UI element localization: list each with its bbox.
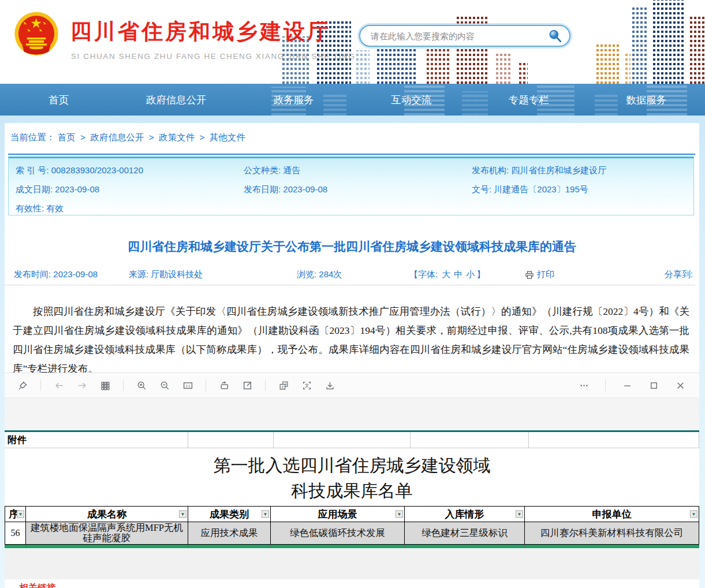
zoom-out-icon[interactable] <box>159 380 170 390</box>
arrow-left-icon[interactable] <box>54 380 64 390</box>
column-header-1: 序·▼ <box>5 506 25 522</box>
site-header: 四川省住房和城乡建设厅 SI CHUAN SHENG ZHU FANG HE C… <box>0 0 705 84</box>
filter-dropdown-icon[interactable]: ▼ <box>262 511 269 518</box>
column-header-4: 应用场景▼ <box>270 506 404 522</box>
main-nav: 首页政府信息公开政务服务互动交流专题专栏数据服务 <box>0 84 705 116</box>
table-cell: 56 <box>5 522 25 545</box>
table-cell: 四川赛尔科美新材料科技有限公司 <box>524 522 699 545</box>
breadcrumb-separator: > <box>78 132 88 142</box>
filter-dropdown-icon[interactable]: ▼ <box>17 511 24 518</box>
meta-publish-date: 发布日期: 2023-09-08 <box>244 184 472 195</box>
viewer-margin-bottom <box>5 548 699 579</box>
toolbar-divider <box>265 379 266 391</box>
zoom-in-icon[interactable] <box>136 380 147 390</box>
page: 四川省住房和城乡建设厅 SI CHUAN SHENG ZHU FANG HE C… <box>0 0 705 588</box>
download-icon[interactable] <box>324 380 335 390</box>
nav-item-3[interactable]: 政务服务 <box>235 84 353 116</box>
toolbar-divider <box>206 379 206 391</box>
translate-icon[interactable]: 文A <box>278 380 289 390</box>
pin-icon[interactable] <box>17 380 28 390</box>
table-header-row: 序·▼成果名称▼成果类别▼应用场景▼入库情形▼申报单位▼ <box>5 506 699 522</box>
filter-dropdown-icon[interactable]: ▼ <box>690 511 697 518</box>
filter-dropdown-icon[interactable]: ▼ <box>179 511 186 518</box>
thumbnail-grid-icon[interactable] <box>100 380 110 390</box>
filter-dropdown-icon[interactable]: ▼ <box>516 511 523 518</box>
actual-size-icon[interactable]: 1:1 <box>182 380 193 390</box>
toolbar-divider <box>605 379 606 391</box>
publish-time: 发布时间: 2023-09-08 <box>14 269 98 280</box>
breadcrumb-label: 当前位置： <box>10 132 55 142</box>
search-button[interactable] <box>547 27 567 44</box>
svg-text:文: 文 <box>281 385 284 389</box>
article-title: 四川省住房和城乡建设厅关于公布第一批四川省住房城乡建设领域科技成果库的通告 <box>5 239 699 255</box>
font-size-links: 大中小 <box>440 269 476 279</box>
maximize-icon[interactable] <box>648 380 659 390</box>
document-meta-box: 索 引 号: 008283930/2023-00120 公文种类: 通告 发布机… <box>8 157 694 215</box>
meta-validity: 有效性: 有效 <box>16 203 244 214</box>
table-cell: 建筑楼地面保温隔声系统用MFP无机硅声能凝胶 <box>25 522 188 545</box>
close-icon[interactable] <box>675 380 685 390</box>
font-size-小[interactable]: 小 <box>466 269 475 279</box>
svg-text:文: 文 <box>304 383 308 388</box>
results-table: 序·▼成果名称▼成果类别▼应用场景▼入库情形▼申报单位▼ 56建筑楼地面保温隔声… <box>5 506 699 549</box>
arrow-right-icon[interactable] <box>77 380 87 390</box>
meta-index: 索 引 号: 008283930/2023-00120 <box>16 165 244 176</box>
sheet-title: 第一批入选四川省住房城乡建设领域 科技成果库名单 <box>5 453 699 504</box>
viewer-toolbar-left: 1:1文A文 <box>17 379 335 391</box>
print-button[interactable]: 打印 <box>525 269 554 280</box>
svg-text:1:1: 1:1 <box>185 384 190 387</box>
nav-item-4[interactable]: 互动交流 <box>353 84 471 116</box>
printer-icon <box>525 270 534 280</box>
rotate-icon[interactable] <box>219 380 229 390</box>
search-box <box>359 25 570 47</box>
column-header-2: 成果名称▼ <box>25 506 188 522</box>
source: 来源: 厅勘设科技处 <box>129 269 203 280</box>
toolbar-divider <box>40 379 41 391</box>
breadcrumb-link[interactable]: 其他文件 <box>210 132 245 142</box>
nav-menu: 首页政府信息公开政务服务互动交流专题专栏数据服务 <box>0 84 705 116</box>
national-emblem-logo <box>13 8 60 61</box>
article-body: 按照四川省住房和城乡建设厅《关于印发〈四川省住房城乡建设领域新技术推广应用管理办… <box>13 302 689 378</box>
nav-item-1[interactable]: 首页 <box>0 84 118 116</box>
breadcrumb-separator: > <box>197 132 207 142</box>
meta-publisher: 发布机构: 四川省住房和城乡建设厅 <box>472 165 685 176</box>
nav-item-5[interactable]: 专题专栏 <box>470 84 588 116</box>
table-cell: 绿色低碳循环技术发展 <box>270 522 404 545</box>
search-input[interactable] <box>370 31 547 42</box>
divider-gray <box>5 285 695 285</box>
table-cell: 应用技术成果 <box>188 522 270 545</box>
font-size-switcher: 【字体: 大中小】 <box>409 269 485 280</box>
table-body: 56建筑楼地面保温隔声系统用MFP无机硅声能凝胶应用技术成果绿色低碳循环技术发展… <box>5 522 699 545</box>
table-row[interactable]: 56建筑楼地面保温隔声系统用MFP无机硅声能凝胶应用技术成果绿色低碳循环技术发展… <box>5 522 699 545</box>
font-size-大[interactable]: 大 <box>442 269 450 279</box>
viewer-toolbar-right <box>579 379 685 391</box>
search-icon <box>547 28 562 43</box>
breadcrumb-link[interactable]: 首页 <box>58 132 76 142</box>
column-header-6: 申报单位▼ <box>524 506 699 522</box>
spreadsheet: 附件 第一批入选四川省住房城乡建设领域 科技成果库名单 序·▼成果名称▼成果类别… <box>5 432 699 548</box>
site-title: 四川省住房和城乡建设厅 <box>70 17 331 46</box>
divider-blue <box>8 154 695 155</box>
nav-item-2[interactable]: 政府信息公开 <box>118 84 236 116</box>
toolbar-divider <box>123 379 124 391</box>
attachment-viewer-window: 1:1文A文 附件 第一批入选四川省住房城乡建设领域 科技成果库名单 序·▼成果… <box>5 373 699 579</box>
filter-dropdown-icon[interactable]: ▼ <box>396 511 403 518</box>
site-pinyin: SI CHUAN SHENG ZHU FANG HE CHENG XIANG J… <box>71 52 356 61</box>
font-size-中[interactable]: 中 <box>454 269 462 279</box>
attachment-label: 附件 <box>8 434 27 446</box>
table-cell: 绿色建材三星级标识 <box>404 522 524 545</box>
nav-item-6[interactable]: 数据服务 <box>588 84 705 116</box>
attachment-cell-row: 附件 <box>5 432 699 448</box>
breadcrumb-link[interactable]: 政策文件 <box>159 132 195 142</box>
related-links-label[interactable]: 相关链接 <box>19 582 56 588</box>
text-extract-icon[interactable]: 文 <box>301 380 312 390</box>
svg-text:A: A <box>285 382 287 385</box>
breadcrumb-separator: > <box>146 132 156 142</box>
column-header-5: 入库情形▼ <box>404 506 524 522</box>
edit-icon[interactable] <box>242 380 252 390</box>
breadcrumb-link[interactable]: 政府信息公开 <box>90 132 144 142</box>
viewer-toolbar: 1:1文A文 <box>5 373 699 398</box>
breadcrumb: 当前位置： 首页 > 政府信息公开 > 政策文件 > 其他文件 <box>10 132 245 144</box>
minimize-icon[interactable] <box>622 380 632 390</box>
more-options-icon[interactable] <box>579 380 589 390</box>
